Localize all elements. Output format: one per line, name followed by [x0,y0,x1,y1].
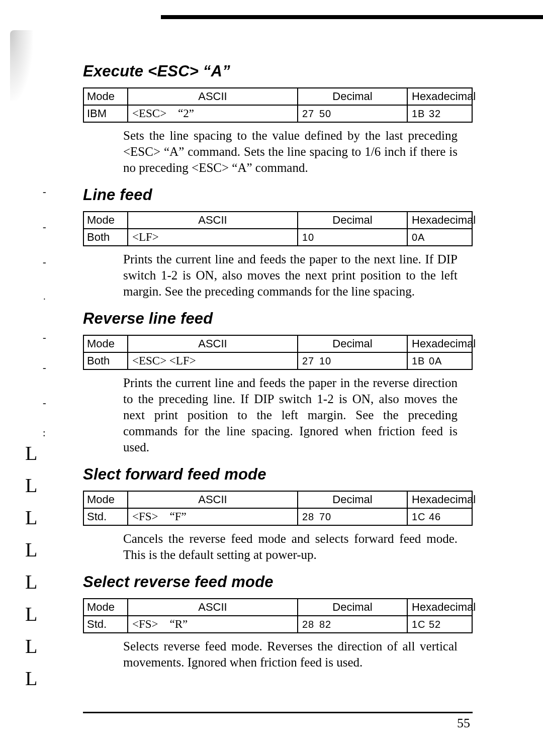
cell-decimal: 2750 [298,105,407,122]
cmd-description: Prints the current line and feeds the pa… [123,251,458,300]
cmd-table: Mode ASCII Decimal Hexadecimal IBM <ESC>… [83,87,473,123]
cmd-table: Mode ASCII Decimal Hexadecimal Std. <FS>… [83,598,473,633]
table-row: Both <LF> 10 0A [83,229,472,246]
col-decimal: Decimal [298,88,407,105]
binding-tick: - [43,397,46,409]
binding-tick: : [43,427,46,439]
binding-tick: - [43,362,46,373]
cell-mode: Std. [83,616,128,633]
cell-ascii: <FS> “R” [128,616,298,633]
cmd-title: Slect forward feed mode [83,465,473,484]
col-mode: Mode [83,335,128,352]
col-hex: Hexadecimal [407,88,472,105]
table-header-row: Mode ASCII Decimal Hexadecimal [83,599,472,616]
col-mode: Mode [83,491,128,508]
cmd-table: Mode ASCII Decimal Hexadecimal Both <ESC… [83,335,473,370]
table-header-row: Mode ASCII Decimal Hexadecimal [83,88,472,105]
col-decimal: Decimal [298,599,407,616]
cell-hex: 1C46 [407,508,472,525]
footer-rule [83,712,473,713]
binding-tick: - [43,186,46,198]
col-hex: Hexadecimal [407,212,472,229]
cell-mode: Std. [83,508,128,525]
cmd-description: Prints the current line and feeds the pa… [123,375,458,455]
cell-decimal: 10 [298,229,407,246]
table-header-row: Mode ASCII Decimal Hexadecimal [83,212,472,229]
cmd-title: Line feed [83,186,473,204]
cmd-title: Execute <ESC> “A” [83,62,473,80]
binding-tick: - [43,256,46,268]
cmd-title: Reverse line feed [83,310,473,328]
cmd-title: Select reverse feed mode [83,573,473,591]
cell-ascii: <ESC> “2” [128,105,298,122]
col-hex: Hexadecimal [407,335,472,352]
top-black-bar [161,15,543,19]
cell-hex: 0A [407,229,472,246]
col-decimal: Decimal [298,212,407,229]
binding-tick: - [43,221,46,233]
col-mode: Mode [83,599,128,616]
cell-mode: Both [83,229,128,246]
cell-decimal: 2882 [298,616,407,633]
cell-mode: IBM [83,105,128,122]
cmd-table: Mode ASCII Decimal Hexadecimal Both <LF>… [83,211,473,246]
table-row: IBM <ESC> “2” 2750 1B32 [83,105,472,122]
cmd-description: Sets the line spacing to the value defin… [123,128,458,176]
col-hex: Hexadecimal [407,491,472,508]
col-ascii: ASCII [128,88,298,105]
cell-hex: 1C52 [407,616,472,633]
col-decimal: Decimal [298,335,407,352]
cell-decimal: 2710 [298,352,407,369]
cell-hex: 1B0A [407,352,472,369]
cell-ascii: <FS> “F” [128,508,298,525]
col-mode: Mode [83,88,128,105]
table-header-row: Mode ASCII Decimal Hexadecimal [83,335,472,352]
cell-mode: Both [83,352,128,369]
col-hex: Hexadecimal [407,599,472,616]
table-row: Both <ESC> <LF> 2710 1B0A [83,352,472,369]
cmd-description: Selects reverse feed mode. Reverses the … [123,638,458,671]
col-ascii: ASCII [128,491,298,508]
col-decimal: Decimal [298,491,407,508]
cell-ascii: <LF> [128,229,298,246]
col-ascii: ASCII [128,212,298,229]
col-mode: Mode [83,212,128,229]
page-number: 55 [457,716,470,731]
binding-marks: LLLLLLLL [25,437,37,695]
table-row: Std. <FS> “R” 2882 1C52 [83,616,472,633]
scan-shadow [10,30,33,101]
cmd-table: Mode ASCII Decimal Hexadecimal Std. <FS>… [83,491,473,526]
cell-decimal: 2870 [298,508,407,525]
page-content: Execute <ESC> “A” Mode ASCII Decimal Hex… [83,55,473,681]
table-row: Std. <FS> “F” 2870 1C46 [83,508,472,525]
binding-tick: ˙ [43,297,46,308]
table-header-row: Mode ASCII Decimal Hexadecimal [83,491,472,508]
cmd-description: Cancels the reverse feed mode and select… [123,531,458,563]
col-ascii: ASCII [128,599,298,616]
col-ascii: ASCII [128,335,298,352]
cell-ascii: <ESC> <LF> [128,352,298,369]
binding-tick: - [43,332,46,343]
cell-hex: 1B32 [407,105,472,122]
